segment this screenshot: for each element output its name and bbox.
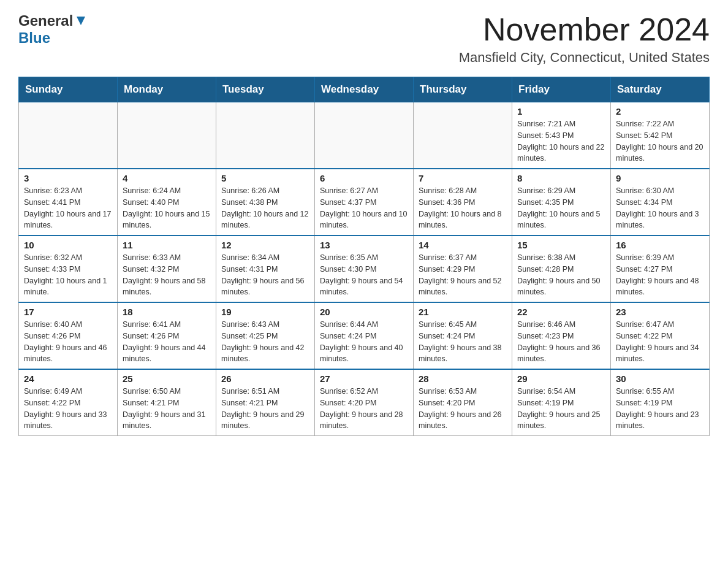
day-info: Sunrise: 6:33 AMSunset: 4:32 PMDaylight:…	[123, 252, 211, 298]
day-number: 6	[320, 173, 408, 183]
logo-general-text: General	[18, 12, 73, 29]
calendar-cell: 24Sunrise: 6:49 AMSunset: 4:22 PMDayligh…	[19, 369, 118, 436]
day-info: Sunrise: 6:40 AMSunset: 4:26 PMDaylight:…	[24, 319, 112, 365]
day-info: Sunrise: 6:30 AMSunset: 4:34 PMDaylight:…	[616, 185, 704, 231]
calendar-cell: 22Sunrise: 6:46 AMSunset: 4:23 PMDayligh…	[512, 302, 611, 369]
day-info: Sunrise: 6:26 AMSunset: 4:38 PMDaylight:…	[221, 185, 309, 231]
day-number: 22	[517, 307, 605, 317]
calendar-cell: 2Sunrise: 7:22 AMSunset: 5:42 PMDaylight…	[611, 102, 710, 169]
day-number: 17	[24, 307, 112, 317]
day-number: 24	[24, 373, 112, 384]
calendar-cell: 29Sunrise: 6:54 AMSunset: 4:19 PMDayligh…	[512, 369, 611, 436]
day-info: Sunrise: 6:35 AMSunset: 4:30 PMDaylight:…	[320, 252, 408, 298]
calendar-cell: 23Sunrise: 6:47 AMSunset: 4:22 PMDayligh…	[611, 302, 710, 369]
day-info: Sunrise: 6:37 AMSunset: 4:29 PMDaylight:…	[419, 252, 507, 298]
day-number: 19	[221, 307, 309, 317]
day-number: 21	[419, 307, 507, 317]
calendar-cell: 8Sunrise: 6:29 AMSunset: 4:35 PMDaylight…	[512, 169, 611, 236]
calendar-cell	[216, 102, 315, 169]
calendar-cell: 9Sunrise: 6:30 AMSunset: 4:34 PMDaylight…	[611, 169, 710, 236]
calendar-cell	[118, 102, 216, 169]
day-info: Sunrise: 6:28 AMSunset: 4:36 PMDaylight:…	[419, 185, 507, 231]
day-info: Sunrise: 6:54 AMSunset: 4:19 PMDaylight:…	[517, 386, 605, 432]
calendar-cell: 25Sunrise: 6:50 AMSunset: 4:21 PMDayligh…	[118, 369, 216, 436]
calendar-table: SundayMondayTuesdayWednesdayThursdayFrid…	[18, 77, 710, 436]
day-number: 10	[24, 240, 112, 250]
calendar-cell: 16Sunrise: 6:39 AMSunset: 4:27 PMDayligh…	[611, 236, 710, 302]
day-info: Sunrise: 6:29 AMSunset: 4:35 PMDaylight:…	[517, 185, 605, 231]
calendar-cell: 30Sunrise: 6:55 AMSunset: 4:19 PMDayligh…	[611, 369, 710, 436]
calendar-cell: 7Sunrise: 6:28 AMSunset: 4:36 PMDaylight…	[414, 169, 512, 236]
day-number: 13	[320, 240, 408, 250]
calendar-cell: 10Sunrise: 6:32 AMSunset: 4:33 PMDayligh…	[19, 236, 118, 302]
calendar-cell	[414, 102, 512, 169]
calendar-week-row: 24Sunrise: 6:49 AMSunset: 4:22 PMDayligh…	[19, 369, 710, 436]
calendar-cell: 26Sunrise: 6:51 AMSunset: 4:21 PMDayligh…	[216, 369, 315, 436]
location-subtitle: Mansfield City, Connecticut, United Stat…	[459, 50, 710, 66]
day-info: Sunrise: 6:34 AMSunset: 4:31 PMDaylight:…	[221, 252, 309, 298]
day-info: Sunrise: 6:51 AMSunset: 4:21 PMDaylight:…	[221, 386, 309, 432]
logo-arrow-icon	[74, 14, 88, 28]
calendar-header-row: SundayMondayTuesdayWednesdayThursdayFrid…	[19, 77, 710, 102]
day-info: Sunrise: 6:45 AMSunset: 4:24 PMDaylight:…	[419, 319, 507, 365]
calendar-cell: 14Sunrise: 6:37 AMSunset: 4:29 PMDayligh…	[414, 236, 512, 302]
header-monday: Monday	[118, 77, 216, 102]
day-info: Sunrise: 6:38 AMSunset: 4:28 PMDaylight:…	[517, 252, 605, 298]
calendar-cell: 15Sunrise: 6:38 AMSunset: 4:28 PMDayligh…	[512, 236, 611, 302]
header-friday: Friday	[512, 77, 611, 102]
header-saturday: Saturday	[611, 77, 710, 102]
day-number: 26	[221, 373, 309, 384]
day-info: Sunrise: 6:53 AMSunset: 4:20 PMDaylight:…	[419, 386, 507, 432]
calendar-cell: 13Sunrise: 6:35 AMSunset: 4:30 PMDayligh…	[315, 236, 414, 302]
calendar-cell: 12Sunrise: 6:34 AMSunset: 4:31 PMDayligh…	[216, 236, 315, 302]
day-info: Sunrise: 6:39 AMSunset: 4:27 PMDaylight:…	[616, 252, 704, 298]
title-section: November 2024 Mansfield City, Connecticu…	[459, 12, 710, 66]
calendar-cell: 4Sunrise: 6:24 AMSunset: 4:40 PMDaylight…	[118, 169, 216, 236]
calendar-cell: 5Sunrise: 6:26 AMSunset: 4:38 PMDaylight…	[216, 169, 315, 236]
calendar-cell: 6Sunrise: 6:27 AMSunset: 4:37 PMDaylight…	[315, 169, 414, 236]
day-info: Sunrise: 6:44 AMSunset: 4:24 PMDaylight:…	[320, 319, 408, 365]
day-number: 20	[320, 307, 408, 317]
day-number: 28	[419, 373, 507, 384]
day-info: Sunrise: 6:50 AMSunset: 4:21 PMDaylight:…	[123, 386, 211, 432]
header-sunday: Sunday	[19, 77, 118, 102]
calendar-cell	[315, 102, 414, 169]
day-number: 25	[123, 373, 211, 384]
day-number: 1	[517, 106, 605, 117]
day-number: 11	[123, 240, 211, 250]
calendar-cell	[19, 102, 118, 169]
header-wednesday: Wednesday	[315, 77, 414, 102]
header-tuesday: Tuesday	[216, 77, 315, 102]
day-number: 16	[616, 240, 704, 250]
day-number: 3	[24, 173, 112, 183]
calendar-cell: 27Sunrise: 6:52 AMSunset: 4:20 PMDayligh…	[315, 369, 414, 436]
calendar-cell: 17Sunrise: 6:40 AMSunset: 4:26 PMDayligh…	[19, 302, 118, 369]
day-number: 5	[221, 173, 309, 183]
calendar-week-row: 10Sunrise: 6:32 AMSunset: 4:33 PMDayligh…	[19, 236, 710, 302]
day-number: 27	[320, 373, 408, 384]
day-info: Sunrise: 6:43 AMSunset: 4:25 PMDaylight:…	[221, 319, 309, 365]
logo: General Blue	[18, 12, 88, 47]
svg-marker-0	[77, 17, 85, 25]
day-number: 29	[517, 373, 605, 384]
day-info: Sunrise: 6:27 AMSunset: 4:37 PMDaylight:…	[320, 185, 408, 231]
day-number: 30	[616, 373, 704, 384]
page-header: General Blue November 2024 Mansfield Cit…	[18, 12, 710, 66]
calendar-cell: 21Sunrise: 6:45 AMSunset: 4:24 PMDayligh…	[414, 302, 512, 369]
day-info: Sunrise: 6:46 AMSunset: 4:23 PMDaylight:…	[517, 319, 605, 365]
month-year-title: November 2024	[459, 12, 710, 47]
day-info: Sunrise: 7:21 AMSunset: 5:43 PMDaylight:…	[517, 118, 605, 164]
day-number: 2	[616, 106, 704, 117]
calendar-cell: 3Sunrise: 6:23 AMSunset: 4:41 PMDaylight…	[19, 169, 118, 236]
day-info: Sunrise: 6:49 AMSunset: 4:22 PMDaylight:…	[24, 386, 112, 432]
day-info: Sunrise: 6:52 AMSunset: 4:20 PMDaylight:…	[320, 386, 408, 432]
day-info: Sunrise: 6:41 AMSunset: 4:26 PMDaylight:…	[123, 319, 211, 365]
logo-blue-text: Blue	[18, 29, 50, 47]
day-info: Sunrise: 6:32 AMSunset: 4:33 PMDaylight:…	[24, 252, 112, 298]
day-number: 8	[517, 173, 605, 183]
day-info: Sunrise: 6:55 AMSunset: 4:19 PMDaylight:…	[616, 386, 704, 432]
calendar-week-row: 1Sunrise: 7:21 AMSunset: 5:43 PMDaylight…	[19, 102, 710, 169]
calendar-week-row: 17Sunrise: 6:40 AMSunset: 4:26 PMDayligh…	[19, 302, 710, 369]
day-number: 14	[419, 240, 507, 250]
day-number: 9	[616, 173, 704, 183]
